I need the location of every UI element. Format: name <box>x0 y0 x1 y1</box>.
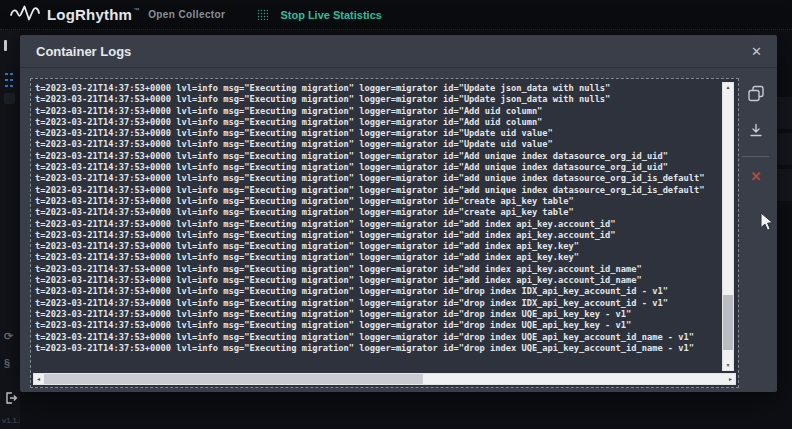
download-icon[interactable] <box>749 123 764 141</box>
collapsed-nav-icon[interactable] <box>4 40 7 51</box>
vertical-scrollbar-thumb[interactable] <box>723 295 733 350</box>
log-line: t=2023-03-21T14:37:53+0000 lvl=info msg=… <box>35 83 718 94</box>
log-line: t=2023-03-21T14:37:53+0000 lvl=info msg=… <box>35 298 718 309</box>
log-line: t=2023-03-21T14:37:53+0000 lvl=info msg=… <box>35 139 718 150</box>
log-line: t=2023-03-21T14:37:53+0000 lvl=info msg=… <box>35 106 718 117</box>
log-line: t=2023-03-21T14:37:53+0000 lvl=info msg=… <box>35 94 718 105</box>
sidebar-icon[interactable]: § <box>4 357 10 369</box>
log-line: t=2023-03-21T14:37:53+0000 lvl=info msg=… <box>35 173 718 184</box>
live-stats-icon <box>257 9 268 20</box>
scroll-right-icon[interactable]: ► <box>726 374 735 384</box>
stop-live-statistics-link[interactable]: Stop Live Statistics <box>257 9 381 21</box>
log-line: t=2023-03-21T14:37:53+0000 lvl=info msg=… <box>35 185 718 196</box>
container-logs-modal: Container Logs ✕ t=2023-03-21T14:37:53+0… <box>20 35 777 392</box>
vertical-scrollbar[interactable]: ▲ ▼ <box>722 82 734 371</box>
log-line: t=2023-03-21T14:37:53+0000 lvl=info msg=… <box>35 128 718 139</box>
modal-title: Container Logs <box>36 44 131 59</box>
log-line: t=2023-03-21T14:37:53+0000 lvl=info msg=… <box>35 320 718 331</box>
log-line: t=2023-03-21T14:37:53+0000 lvl=info msg=… <box>35 162 718 173</box>
app-header: LogRhythm ™ Open Collector Stop Live Sta… <box>0 0 792 30</box>
sidebar: ⟳ § v1.1.3 <box>0 30 20 429</box>
logout-icon[interactable] <box>4 391 18 409</box>
action-divider <box>742 156 769 157</box>
log-line: t=2023-03-21T14:37:53+0000 lvl=info msg=… <box>35 151 718 162</box>
log-line: t=2023-03-21T14:37:53+0000 lvl=info msg=… <box>35 309 718 320</box>
log-line: t=2023-03-21T14:37:53+0000 lvl=info msg=… <box>35 219 718 230</box>
log-line: t=2023-03-21T14:37:53+0000 lvl=info msg=… <box>35 230 718 241</box>
brand: LogRhythm ™ Open Collector <box>10 4 225 26</box>
stop-live-statistics-label: Stop Live Statistics <box>280 9 381 21</box>
log-line: t=2023-03-21T14:37:53+0000 lvl=info msg=… <box>35 117 718 128</box>
brand-trademark: ™ <box>133 7 139 13</box>
copy-icon[interactable] <box>748 85 765 105</box>
background-row <box>777 133 792 165</box>
log-line: t=2023-03-21T14:37:53+0000 lvl=info msg=… <box>35 343 718 354</box>
log-line: t=2023-03-21T14:37:53+0000 lvl=info msg=… <box>35 241 718 252</box>
log-line: t=2023-03-21T14:37:53+0000 lvl=info msg=… <box>35 264 718 275</box>
background-row <box>777 97 792 129</box>
background-row <box>777 169 792 201</box>
log-lines: t=2023-03-21T14:37:53+0000 lvl=info msg=… <box>35 83 718 367</box>
log-viewer[interactable]: t=2023-03-21T14:37:53+0000 lvl=info msg=… <box>30 78 739 388</box>
log-line: t=2023-03-21T14:37:53+0000 lvl=info msg=… <box>35 207 718 218</box>
close-icon[interactable]: ✕ <box>751 45 762 58</box>
version-label: v1.1.3 <box>2 416 20 425</box>
modal-header: Container Logs ✕ <box>20 35 777 68</box>
sidebar-icon[interactable]: ⟳ <box>4 330 13 343</box>
log-line: t=2023-03-21T14:37:53+0000 lvl=info msg=… <box>35 286 718 297</box>
log-actions: ✕ <box>744 85 768 235</box>
horizontal-scrollbar[interactable]: ◄ ► <box>33 373 736 385</box>
scroll-down-icon[interactable]: ▼ <box>723 361 733 370</box>
horizontal-scrollbar-thumb[interactable] <box>44 374 423 384</box>
scroll-up-icon[interactable]: ▲ <box>723 83 733 92</box>
brand-name: LogRhythm <box>47 6 132 23</box>
log-line: t=2023-03-21T14:37:53+0000 lvl=info msg=… <box>35 275 718 286</box>
brand-product: Open Collector <box>148 9 225 20</box>
apps-dots-icon[interactable] <box>4 71 15 88</box>
remove-icon[interactable]: ✕ <box>751 170 762 183</box>
log-line: t=2023-03-21T14:37:53+0000 lvl=info msg=… <box>35 196 718 207</box>
log-line: t=2023-03-21T14:37:53+0000 lvl=info msg=… <box>35 332 718 343</box>
wave-logo-icon <box>10 4 40 26</box>
log-line: t=2023-03-21T14:37:53+0000 lvl=info msg=… <box>35 252 718 263</box>
sidebar-icon[interactable] <box>4 93 15 104</box>
scroll-left-icon[interactable]: ◄ <box>34 374 43 384</box>
